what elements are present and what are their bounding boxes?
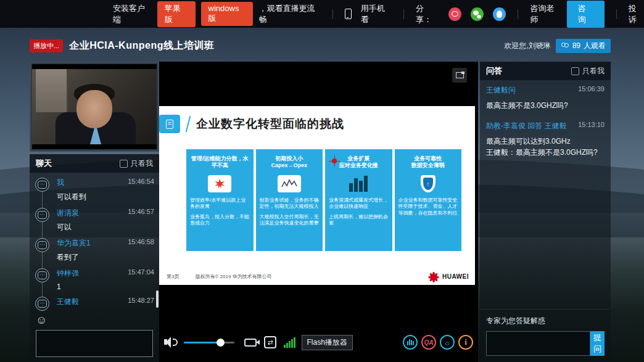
divider	[518, 9, 518, 19]
viewers-suffix: 人观看	[584, 41, 606, 51]
presentation-slide: 企业数字化转型面临的挑战 管理/运维能力分散，水平不高 管理效率/水平难以跟上业…	[159, 106, 475, 285]
apple-version-button[interactable]: 苹果版	[157, 1, 196, 27]
windows-version-button[interactable]: windows版	[201, 2, 254, 26]
chat-message: 华为嘉宾115:46:58 看到了	[30, 238, 154, 263]
chart-svg	[281, 178, 297, 189]
challenge-box-capex: 初期投入小Capex→Opex 创新业务试错，业务的不确定性，初期无法大规模投入…	[256, 149, 323, 251]
top-bar: 安装客户端 苹果版 windows版 ，观看直播更流畅 用手机看 分享： 咨询老…	[0, 0, 644, 28]
layout-swap-icon[interactable]: ⇄	[264, 336, 276, 348]
line-chart-icon	[278, 175, 301, 192]
chevron-decoration	[181, 116, 191, 132]
box-head-line: 管理/运维能力分散，水	[191, 155, 249, 162]
box-body: 大规模投入交付周期长，无法满足业务快速变化的需要	[260, 214, 320, 227]
qa-only-me-toggle[interactable]: 只看我	[571, 66, 605, 76]
raise-hand-icon[interactable]	[403, 335, 418, 350]
box-body: 管理效率/水平难以跟上业务的发展	[190, 197, 250, 210]
chat-time: 15:46:57	[128, 208, 154, 218]
slide-title: 企业数字化转型面临的挑战	[196, 116, 344, 132]
volume-knob[interactable]	[217, 339, 225, 347]
watch-on-mobile-link[interactable]: 用手机看	[361, 3, 392, 25]
player-controls: ⇄ Flash播放器 QA ☼ i	[159, 331, 478, 353]
box-body: 创新业务试错，业务的不确定性，初期无法大规模投入	[260, 197, 320, 210]
mobile-phone-icon	[345, 9, 352, 19]
chat-sender: 谢清泉	[57, 208, 79, 218]
qa-sender: 王健毅问	[486, 85, 516, 96]
question-input[interactable]	[486, 331, 590, 356]
share-label: 分享：	[416, 3, 439, 25]
qa-icon[interactable]: QA	[421, 335, 436, 350]
qa-message: 王健毅问15:06:39 最高主频不是3.0GHZ吗?	[486, 85, 605, 111]
room-cabinet	[36, 69, 68, 112]
challenge-box-reliability: 业务可靠性数据安全薄弱 ↑ 企业业务和数据可靠性安全性受限于技术、资金、人才等因…	[395, 149, 462, 251]
instructor-face	[76, 90, 112, 128]
title-bar: 播放中... 企业HCIA-Kunpeng线上培训班 欢迎您,刘晓琳 89 人观…	[30, 37, 611, 54]
qa-panel: 问答 只看我 王健毅问15:06:39 最高主频不是3.0GHZ吗? 助教-李嘉…	[480, 62, 611, 362]
complaint-link[interactable]: 投诉	[629, 3, 644, 25]
qa-title: 问答	[486, 65, 502, 76]
qa-only-me-checkbox[interactable]	[571, 67, 579, 75]
chat-scrollbar[interactable]	[156, 290, 159, 308]
player-right-buttons: QA ☼ i	[403, 335, 473, 350]
chat-bubble-icon	[35, 297, 49, 311]
chat-message: 谢清泉15:46:57 可以	[30, 208, 154, 232]
speaker-wave	[173, 339, 178, 346]
switch-screen-icon[interactable]	[452, 68, 467, 83]
chat-sender: 我	[57, 178, 64, 188]
course-title: 企业HCIA-Kunpeng线上培训班	[69, 39, 214, 52]
speaker-icon[interactable]	[164, 337, 178, 348]
chat-panel: 聊天 只看我 我15:46:54 可以看到 谢清泉15:46:57 可以 华为嘉…	[30, 154, 159, 362]
chat-input[interactable]	[36, 330, 153, 357]
flash-player-button[interactable]: Flash播放器	[302, 335, 353, 350]
box-head-line: 初期投入小	[275, 155, 303, 162]
challenge-box-expansion: 业务扩展应对业务变化慢 业务浪涌式或爆发式增长，企业难以快速响应 上线周期长，难…	[325, 149, 392, 251]
people-icon	[561, 43, 569, 49]
chat-time: 15:47:04	[128, 268, 154, 279]
starburst-glyph	[215, 179, 225, 189]
chat-text: 看到了	[57, 252, 154, 263]
settings-sun-icon[interactable]: ☼	[440, 335, 455, 350]
box-head-line: Capex→Opex	[271, 162, 307, 168]
qa-text-line: 王健毅：最高主频不是3.0GHZ吗?	[486, 148, 598, 157]
chat-text: 可以	[57, 222, 154, 232]
security-shield-icon: ↑	[421, 175, 436, 192]
divider	[403, 9, 404, 19]
qq-share-icon[interactable]	[493, 7, 506, 21]
divider	[616, 9, 617, 19]
signal-strength-icon	[284, 337, 295, 348]
slide-footer: 第3页 版权所有© 2019 华为技术有限公司	[167, 273, 272, 280]
camera-toggle-icon[interactable]	[244, 339, 257, 347]
volume-fill	[184, 342, 220, 343]
weibo-share-icon[interactable]	[448, 7, 461, 21]
buildings-icon	[349, 176, 368, 192]
emoji-icon[interactable]: ☺	[36, 314, 47, 326]
viewers-count: 89	[572, 41, 580, 50]
chat-message-list[interactable]: 我15:46:54 可以看到 谢清泉15:46:57 可以 华为嘉宾115:46…	[30, 173, 159, 311]
document-glyph	[166, 120, 173, 129]
box-body: 企业业务和数据可靠性安全性受限于技术、资金、人才等因素，存在隐患和不到位	[398, 197, 458, 216]
document-icon	[159, 115, 180, 133]
crosshair-line	[329, 161, 340, 162]
volume-slider[interactable]	[184, 342, 234, 343]
expert-help-label: 专家为您答疑解惑	[486, 316, 605, 326]
chat-bubble-icon	[35, 238, 49, 252]
box-body: 业务孤岛，投入分散，不能形成合力	[190, 214, 250, 227]
box-body: 业务浪涌式或爆发式增长，企业难以快速响应	[329, 197, 389, 210]
chat-only-me-toggle[interactable]: 只看我	[120, 158, 153, 169]
chat-bubble-icon	[35, 208, 49, 222]
qa-text: 最高主频不是3.0GHZ吗?	[486, 100, 605, 111]
main-player: 企业数字化转型面临的挑战 管理/运维能力分散，水平不高 管理效率/水平难以跟上业…	[159, 62, 478, 362]
slide-page-number: 第3页	[167, 273, 179, 280]
playing-status-badge: 播放中...	[30, 39, 63, 52]
chat-time: 15:48:27	[128, 297, 154, 307]
qa-message-list[interactable]: 王健毅问15:06:39 最高主频不是3.0GHZ吗? 助教-李嘉俊 回答 王健…	[480, 80, 611, 173]
wechat-share-icon[interactable]	[471, 7, 484, 21]
instructor-webcam[interactable]	[30, 62, 159, 152]
chat-message: 我15:46:54 可以看到	[30, 178, 154, 202]
qa-footer: 专家为您答疑解惑 提问	[480, 309, 611, 362]
consult-button[interactable]: 咨询	[567, 1, 605, 28]
info-icon[interactable]: i	[458, 335, 473, 350]
chat-sender: 王健毅	[57, 297, 79, 307]
box-body: 上线周期长，难以把握机会窗	[329, 214, 389, 227]
ask-question-button[interactable]: 提问	[590, 331, 605, 356]
chat-only-me-checkbox[interactable]	[120, 160, 128, 168]
